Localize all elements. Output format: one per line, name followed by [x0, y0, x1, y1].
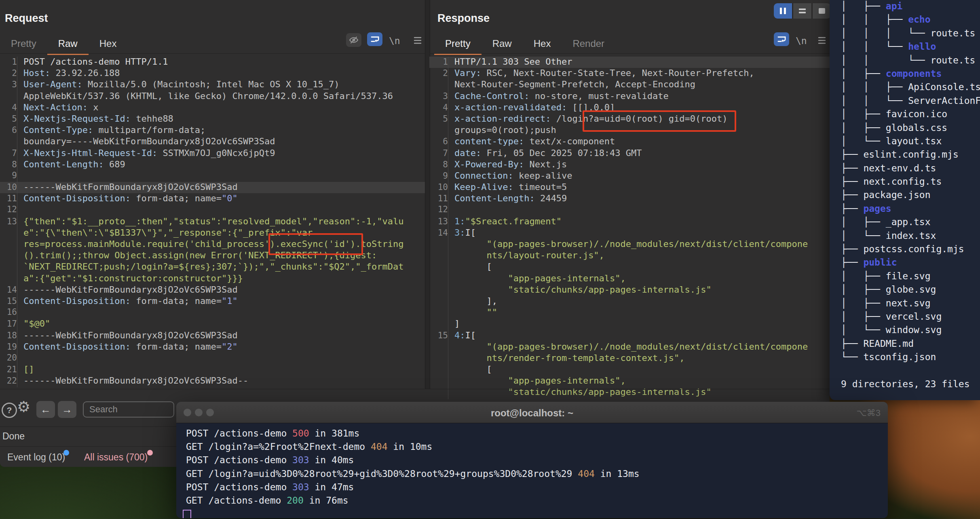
terminal-line: POST /actions-demo 303 in 47ms	[183, 482, 888, 495]
code-line: 2Host: 23.92.26.188	[0, 68, 425, 79]
tree-row: ├── public	[838, 257, 980, 270]
file-tree-panel[interactable]: │ ├── api│ │ ├── echo│ │ │ └── route.ts│…	[830, 0, 980, 400]
response-word-wrap-toggle[interactable]	[774, 32, 789, 46]
code-line: 3Cache-Control: no-store, must-revalidat…	[429, 91, 830, 102]
forward-button[interactable]: →	[58, 401, 76, 418]
square-icon	[819, 8, 825, 14]
tree-row: ├── next.config.ts	[838, 176, 980, 190]
terminal-line: GET /login?a=%2Froot%2Fnext-demo 404 in …	[183, 441, 888, 455]
hamburger-icon	[412, 36, 424, 45]
code-line: boundary=----WebKitFormBoundaryx8jO2oVc6…	[0, 136, 425, 148]
code-line: 2Vary: RSC, Next-Router-State-Tree, Next…	[429, 68, 830, 79]
terminal-content[interactable]: POST /actions-demo 500 in 381msGET /logi…	[176, 423, 888, 518]
tree-row: │ ├── file.svg	[838, 271, 980, 284]
code-line: "app-pages-internals",	[429, 376, 830, 387]
tab-raw[interactable]: Raw	[47, 36, 89, 55]
tab-render[interactable]: Render	[562, 36, 615, 55]
newline-toggle[interactable]: \n	[389, 36, 400, 46]
code-line: 19Content-Disposition: form-data; name="…	[0, 342, 425, 353]
tree-row: │ │ │ └── route.ts	[838, 28, 980, 41]
code-line: "(app-pages-browser)/./node_modules/next…	[429, 342, 830, 353]
rows-icon	[799, 7, 806, 15]
code-line: 15Content-Disposition: form-data; name="…	[0, 296, 425, 307]
event-log-tab[interactable]: Event log (10)	[7, 452, 65, 463]
code-line: 13{"then":"$1:__proto__:then","status":"…	[0, 216, 425, 228]
code-line: 7X-Nextjs-Html-Request-Id: SSTMXm7OJ_g0N…	[0, 148, 425, 159]
tab-hex[interactable]: Hex	[89, 36, 128, 55]
single-view-button[interactable]	[813, 3, 831, 19]
code-line: [	[429, 262, 830, 273]
code-line: 12	[0, 205, 425, 216]
response-gutter-line	[448, 57, 448, 399]
code-line: nts/render-from-template-context.js",	[429, 353, 830, 364]
tab-raw[interactable]: Raw	[482, 36, 523, 55]
tree-row: │ │ └── route.ts	[838, 55, 980, 68]
response-annotation-box	[583, 110, 736, 132]
word-wrap-icon	[370, 34, 380, 44]
word-wrap-toggle[interactable]	[367, 32, 382, 46]
code-line: 8X-Powered-By: Next.js	[429, 159, 830, 171]
toolbar-divider	[0, 389, 830, 389]
http-repeater-window: Request Response PrettyRawHex PrettyRawH…	[0, 0, 830, 467]
code-line: 5X-Nextjs-Request-Id: tehhe88	[0, 114, 425, 125]
tree-row: └── tsconfig.json	[838, 352, 980, 365]
code-line: "app-pages-internals",	[429, 273, 830, 285]
tree-row: │ │ └── ServerActionForm.tsx	[838, 95, 980, 109]
tree-row: ├── package.json	[838, 190, 980, 203]
request-menu-button[interactable]	[412, 36, 425, 46]
file-tree-output: │ ├── api│ │ ├── echo│ │ │ └── route.ts│…	[838, 1, 980, 392]
tree-row: │ └── index.tsx	[838, 230, 980, 244]
code-line: nts/layout-router.js",	[429, 250, 830, 262]
code-line: [	[429, 364, 830, 376]
code-line: 11Content-Disposition: form-data; name="…	[0, 193, 425, 205]
code-line: ],	[429, 296, 830, 307]
tab-pretty[interactable]: Pretty	[434, 36, 482, 55]
terminal-title-bar[interactable]: root@localhost: ~ ⌥⌘3	[176, 402, 888, 423]
code-line: ]	[429, 319, 830, 330]
code-line: 11Content-Length: 24459	[429, 193, 830, 205]
tree-row	[838, 365, 980, 379]
terminal-title: root@localhost: ~	[176, 407, 888, 419]
code-line: 17"$@0"	[0, 319, 425, 330]
back-button[interactable]: ←	[36, 401, 55, 418]
code-line: 154:I[	[429, 330, 830, 342]
split-horizontal-button[interactable]	[793, 3, 811, 19]
tab-hex[interactable]: Hex	[523, 36, 562, 55]
response-menu-button[interactable]	[816, 36, 829, 46]
code-line: 8Content-Length: 689	[0, 159, 425, 171]
request-annotation-box	[268, 233, 363, 255]
code-line: "static/chunks/app-pages-internals.js"	[429, 285, 830, 296]
code-line: 18------WebKitFormBoundaryx8jO2oVc6SWP3S…	[0, 330, 425, 342]
code-line: 131:"$Sreact.fragment"	[429, 216, 830, 228]
code-line: "(app-pages-browser)/./node_modules/next…	[429, 239, 830, 250]
event-log-badge-dot	[63, 450, 69, 456]
code-line: Next-Router-Segment-Prefetch, Accept-Enc…	[429, 79, 830, 91]
search-input[interactable]	[83, 401, 174, 418]
tree-row: │ │ ├── echo	[838, 14, 980, 27]
hamburger-icon	[816, 36, 828, 45]
tree-row: │ ├── globals.css	[838, 122, 980, 136]
tree-row: │ ├── _app.tsx	[838, 217, 980, 230]
settings-button[interactable]: ⚙	[17, 399, 30, 414]
code-line: 20	[0, 353, 425, 364]
header-divider	[0, 53, 830, 54]
code-line: 1HTTP/1.1 303 See Other	[429, 57, 830, 68]
all-issues-tab[interactable]: All issues (700)	[84, 452, 148, 463]
response-editor[interactable]: 1HTTP/1.1 303 See Other2Vary: RSC, Next-…	[429, 57, 830, 400]
code-line: AppleWebKit/537.36 (KHTML, like Gecko) C…	[0, 91, 425, 102]
code-line: 21[]	[0, 364, 425, 376]
all-issues-badge-dot	[147, 450, 153, 456]
terminal-line: GET /login?a=uid%3D0%28root%29+gid%3D0%2…	[183, 468, 888, 482]
response-newline-toggle[interactable]: \n	[796, 36, 807, 46]
tree-row: ├── next-env.d.ts	[838, 163, 980, 176]
request-editor[interactable]: 1POST /actions-demo HTTP/1.12Host: 23.92…	[0, 57, 425, 388]
terminal-window[interactable]: root@localhost: ~ ⌥⌘3 POST /actions-demo…	[176, 402, 888, 518]
code-line: `NEXT_REDIRECT;push;/login?a=${res};307;…	[0, 262, 425, 273]
pause-button[interactable]	[774, 3, 792, 19]
hide-response-icon[interactable]	[346, 33, 361, 47]
help-button[interactable]: ?	[2, 403, 17, 418]
tree-row: │ ├── globe.svg	[838, 284, 980, 297]
tab-pretty[interactable]: Pretty	[0, 36, 47, 55]
tree-row: ├── eslint.config.mjs	[838, 149, 980, 162]
word-wrap-icon	[776, 34, 787, 44]
